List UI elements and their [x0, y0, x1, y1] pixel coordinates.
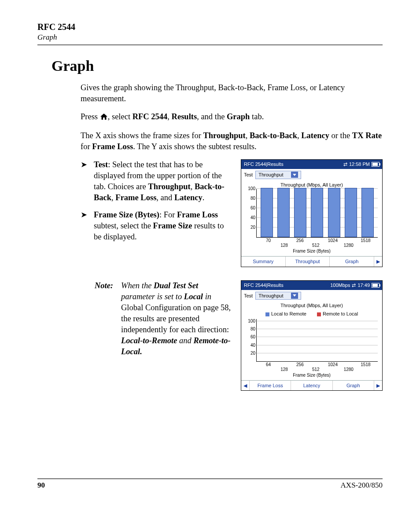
- test-dropdown[interactable]: Throughput: [255, 292, 301, 300]
- titlebar: RFC 2544|Results ⇄12:58 PM: [241, 160, 382, 169]
- intro-text: Gives the graph showing the Throughput, …: [81, 82, 383, 104]
- bar: [328, 188, 340, 237]
- bar: [294, 188, 306, 237]
- chevron-down-icon: [291, 172, 298, 178]
- home-icon: [100, 112, 108, 123]
- x-axis-label: Frame Size (Bytes): [241, 248, 382, 256]
- network-icon: ⇄: [352, 282, 356, 289]
- product-name: AXS-200/850: [341, 481, 383, 490]
- dropdown-label: Test: [244, 172, 253, 178]
- battery-icon: [372, 283, 379, 288]
- link-status: 100Mbps: [330, 282, 350, 289]
- titlebar: RFC 2544|Results 100Mbps⇄17:49: [241, 281, 382, 290]
- note-text: When the Dual Test Set parameter is set …: [121, 280, 233, 391]
- legend-swatch-remote: [317, 312, 321, 316]
- scroll-right-icon[interactable]: ▶: [374, 257, 382, 267]
- chevron-down-icon: [291, 293, 298, 299]
- screenshot-1: RFC 2544|Results ⇄12:58 PM Test Throughp…: [241, 159, 383, 267]
- bar: [361, 188, 374, 237]
- dropdown-label: Test: [244, 293, 253, 299]
- header-rule: [37, 44, 383, 45]
- tab-graph[interactable]: Graph: [333, 381, 374, 391]
- tab-summary[interactable]: Summary: [241, 257, 286, 267]
- clock: 17:49: [357, 282, 370, 289]
- chart-legend: Local to Remote Remote to Local: [241, 310, 382, 319]
- footer-rule: [37, 478, 383, 479]
- running-header-section: Graph: [37, 33, 383, 42]
- bullet-frame-size: Frame Size (Bytes): For Frame Loss subte…: [81, 209, 233, 242]
- clock: 12:58 PM: [349, 161, 370, 168]
- legend-swatch-local: [265, 312, 269, 316]
- x-ticks: 70 128 256 512 1024 1280 1518: [256, 238, 378, 249]
- titlebar-text: RFC 2544|Results: [244, 161, 284, 168]
- tab-graph[interactable]: Graph: [330, 257, 374, 267]
- x-ticks: 64 128 256 512 1024 1280 1518: [256, 362, 378, 373]
- test-dropdown[interactable]: Throughput: [255, 171, 301, 179]
- battery-icon: [372, 162, 379, 167]
- x-axis-label: Frame Size (Bytes): [241, 372, 382, 380]
- bullet-test: Test: Select the test that has to be dis…: [81, 159, 233, 203]
- page-number: 90: [37, 481, 45, 490]
- tab-frame-loss[interactable]: Frame Loss: [250, 381, 291, 391]
- bar: [345, 188, 357, 237]
- note-label: Note:: [85, 280, 113, 391]
- bar: [261, 188, 273, 237]
- chart-plot: 20 40 60 80 100: [256, 319, 378, 362]
- scroll-right-icon[interactable]: ▶: [374, 381, 382, 391]
- screenshot-2: RFC 2544|Results 100Mbps⇄17:49 Test Thro…: [241, 280, 383, 391]
- scroll-left-icon[interactable]: ◀: [241, 381, 250, 391]
- tab-throughput[interactable]: Throughput: [286, 257, 330, 267]
- axis-explain: The X axis shows the frame sizes for Thr…: [81, 130, 383, 152]
- network-icon: ⇄: [343, 161, 347, 168]
- press-instruction: Press , select RFC 2544, Results, and th…: [81, 111, 383, 123]
- page-title: Graph: [52, 58, 383, 74]
- bar: [311, 188, 323, 237]
- chart-plot: 20 40 60 80 100: [256, 189, 378, 238]
- running-header-chapter: RFC 2544: [37, 22, 383, 32]
- tab-latency[interactable]: Latency: [291, 381, 332, 391]
- chart-title: Throughput (Mbps, All Layer): [241, 301, 382, 310]
- titlebar-text: RFC 2544|Results: [244, 282, 284, 289]
- bar: [277, 188, 290, 237]
